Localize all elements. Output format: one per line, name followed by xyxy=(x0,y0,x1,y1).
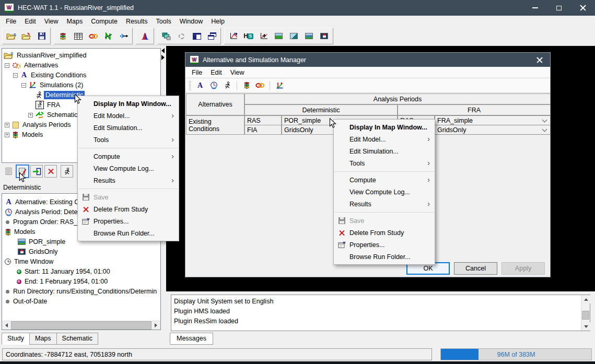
detail-item-gridsonly[interactable]: GridsOnly xyxy=(18,247,58,256)
collapse-expander-icon[interactable] xyxy=(13,73,18,78)
terrain-image-button[interactable] xyxy=(271,29,286,43)
menu-item-edit-model[interactable]: Edit Model... xyxy=(334,133,435,145)
detail-item-analysis-period[interactable]: Analysis Period: Dete xyxy=(5,207,78,217)
menu-item-browse-run-folder[interactable]: Browse Run Folder... xyxy=(334,251,435,263)
scrollbar-track[interactable] xyxy=(581,303,590,322)
run-button[interactable] xyxy=(61,165,73,178)
menu-item-properties[interactable]: Properties... xyxy=(334,239,435,251)
menu-item-tools[interactable]: Tools xyxy=(78,134,179,146)
memory-usage-bar[interactable]: 96M of 383M xyxy=(440,348,592,360)
detail-item-end[interactable]: End: 1 February 1954, 01:00 xyxy=(17,277,108,286)
cascade-windows-button[interactable] xyxy=(204,29,219,43)
menu-item-compute[interactable]: Compute xyxy=(334,174,435,186)
detail-item-models[interactable]: Models xyxy=(5,227,35,237)
simulation-button[interactable] xyxy=(220,79,234,92)
simulation-combo-fra-simple[interactable]: FRA_simple xyxy=(435,115,551,125)
menu-item-results[interactable]: Results xyxy=(334,198,435,210)
dialog-menu-file[interactable]: File xyxy=(188,68,206,77)
collapse-expander-icon[interactable] xyxy=(5,63,9,68)
apply-button[interactable]: Apply xyxy=(501,262,545,275)
simulation-combo-gridsonly-fra[interactable]: GridsOnly xyxy=(435,125,551,135)
scroll-left-button[interactable] xyxy=(2,321,11,330)
program-order-button[interactable] xyxy=(55,29,71,43)
menu-results[interactable]: Results xyxy=(122,17,152,26)
tab-messages[interactable]: Messages xyxy=(170,333,213,345)
compute-broadcast-button[interactable] xyxy=(116,29,131,43)
ressim-image-button[interactable] xyxy=(286,29,301,43)
detail-item-alternative[interactable]: Alternative: Existing C xyxy=(5,197,79,207)
menu-item-delete-from-study[interactable]: Delete From Study xyxy=(78,203,179,215)
menu-item-properties[interactable]: Properties... xyxy=(78,215,179,227)
collapse-expander-icon[interactable] xyxy=(5,123,9,127)
tree-item-analysis-periods[interactable]: Analysis Periods xyxy=(5,120,72,130)
hec-ssp-button[interactable] xyxy=(241,29,256,43)
menu-maps[interactable]: Maps xyxy=(63,17,87,26)
menu-tools[interactable]: Tools xyxy=(152,17,176,26)
detail-item-run-directory[interactable]: Run Directory: runs/Existing_Conditions/… xyxy=(6,287,157,296)
menu-view[interactable]: View xyxy=(40,17,63,26)
minimize-button[interactable] xyxy=(523,0,547,16)
menu-item-save[interactable]: Save xyxy=(334,215,435,227)
collapse-expander-icon[interactable] xyxy=(28,113,33,118)
menu-file[interactable]: File xyxy=(2,17,20,26)
cancel-button[interactable]: Cancel xyxy=(454,262,497,275)
scroll-down-button[interactable] xyxy=(581,322,590,331)
import-button[interactable] xyxy=(30,165,43,178)
tree-item-alternatives[interactable]: Alternatives xyxy=(5,61,60,70)
scroll-right-button[interactable] xyxy=(151,321,160,330)
map-layers-button[interactable] xyxy=(159,29,174,43)
menu-item-tools[interactable]: Tools xyxy=(334,157,435,169)
menu-item-edit-simulation[interactable]: Edit Simulation... xyxy=(78,122,179,134)
menu-item-results[interactable]: Results xyxy=(78,174,179,186)
collapse-left-icon[interactable] xyxy=(161,48,165,53)
report-button[interactable] xyxy=(2,165,15,178)
menu-help[interactable]: Help xyxy=(207,17,229,26)
tree-item-fra[interactable]: FRA xyxy=(36,100,62,110)
split-window-button[interactable] xyxy=(189,29,204,43)
tab-study[interactable]: Study xyxy=(2,333,30,345)
menu-item-view-compute-log[interactable]: View Compute Log... xyxy=(78,162,179,174)
alternative-button[interactable] xyxy=(193,79,207,92)
time-series-button[interactable] xyxy=(101,29,116,43)
vertical-scrollbar[interactable] xyxy=(581,295,590,331)
detail-item-time-window[interactable]: Time Window xyxy=(5,257,53,266)
plot-cross-button[interactable] xyxy=(256,29,271,43)
tree-item-existing-conditions[interactable]: Existing Conditions xyxy=(13,71,88,80)
frequency-curve-button[interactable] xyxy=(137,29,153,43)
scroll-up-button[interactable] xyxy=(581,295,590,303)
delete-button[interactable] xyxy=(44,165,57,178)
fia-image-button[interactable] xyxy=(317,29,332,43)
collapse-expander-icon[interactable] xyxy=(5,133,9,137)
dialog-title-bar[interactable]: W Alternative and Simulation Manager xyxy=(185,53,550,67)
tab-maps[interactable]: Maps xyxy=(29,333,57,345)
open-study-button[interactable]: S xyxy=(4,29,19,43)
detail-item-por-simple[interactable]: POR_simple xyxy=(18,237,65,246)
detail-item-program-order[interactable]: Program Order: RAS_ xyxy=(6,217,77,227)
menu-window[interactable]: Window xyxy=(176,17,207,26)
menu-compute[interactable]: Compute xyxy=(87,17,122,26)
save-study-button[interactable] xyxy=(34,29,49,43)
scrollbar-thumb[interactable] xyxy=(11,321,151,330)
detail-item-start[interactable]: Start: 11 January 1954, 01:00 xyxy=(17,267,110,276)
alternative-grid-button[interactable] xyxy=(71,29,86,43)
menu-item-view-compute-log[interactable]: View Compute Log... xyxy=(334,186,435,198)
model-link-button[interactable] xyxy=(86,29,101,43)
menu-item-edit-simulation[interactable]: Edit Simulation... xyxy=(334,145,435,157)
menu-item-display-in-map-window[interactable]: Display In Map Window... xyxy=(334,121,435,133)
tree-item-models[interactable]: Models xyxy=(5,130,44,139)
dialog-menu-edit[interactable]: Edit xyxy=(206,68,226,77)
dialog-menu-view[interactable]: View xyxy=(226,68,249,77)
simulations-button[interactable] xyxy=(273,79,286,92)
horizontal-scrollbar[interactable] xyxy=(2,321,160,330)
menu-item-browse-run-folder[interactable]: Browse Run Folder... xyxy=(78,227,179,239)
dialog-close-button[interactable] xyxy=(529,53,550,67)
ras-image-button[interactable] xyxy=(301,29,317,43)
settings-gear-button[interactable] xyxy=(174,29,189,43)
program-order-button[interactable] xyxy=(240,79,253,92)
menu-item-compute[interactable]: Compute xyxy=(78,150,179,162)
tree-item-study[interactable]: S RussianRiver_simplified xyxy=(4,51,88,60)
plot-curve-button[interactable] xyxy=(226,29,241,43)
tree-item-schematic[interactable]: Schematic: xyxy=(28,110,81,120)
close-button[interactable] xyxy=(571,0,595,16)
maximize-button[interactable] xyxy=(547,0,571,16)
